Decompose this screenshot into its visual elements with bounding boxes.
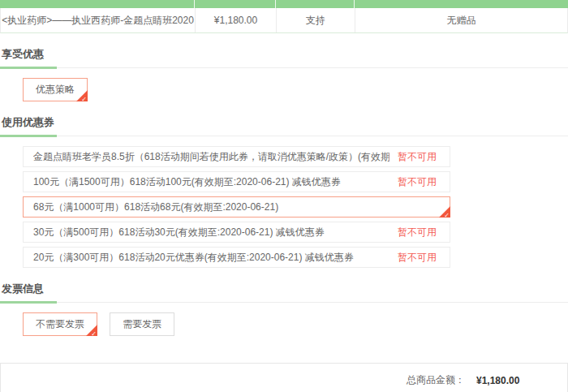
selected-check-icon <box>86 325 97 336</box>
header-cell-name <box>0 0 195 8</box>
coupon-item-selected[interactable]: 68元（满1000可用）618活动68元(有效期至:2020-06-21) <box>23 196 450 218</box>
product-support: 支持 <box>277 8 355 32</box>
section-coupons-header: 使用优惠券 <box>0 115 568 136</box>
coupon-label: 20元（满300可用）618活动20元优惠券(有效期至:2020-06-21) … <box>33 251 354 265</box>
product-gift: 无赠品 <box>355 8 567 32</box>
discount-strategy-label: 优惠策略 <box>36 84 75 95</box>
selected-check-icon <box>76 90 88 101</box>
product-price: ¥1,180.00 <box>196 8 277 32</box>
section-coupons: 使用优惠券 金题点睛班老学员8.5折（618活动期间若使用此券，请取消优惠策略/… <box>0 115 568 268</box>
coupon-status: 暂不可用 <box>398 251 437 265</box>
coupon-item[interactable]: 100元（满1500可用）618活动100元(有效期至:2020-06-21) … <box>23 171 450 192</box>
product-table: <执业药师>——执业西药师-金题点睛班2020 ¥1,180.00 支持 无赠品 <box>0 0 568 33</box>
section-discount-header: 享受优惠 <box>0 47 568 68</box>
product-table-header <box>0 0 568 8</box>
need-invoice-button[interactable]: 需要发票 <box>110 312 174 336</box>
section-discount: 享受优惠 优惠策略 <box>0 47 568 101</box>
coupon-label: 金题点睛班老学员8.5折（618活动期间若使用此券，请取消优惠策略/政策）(有效… <box>33 150 389 164</box>
total-amount-label: 总商品金额： <box>407 373 465 387</box>
header-cell-price <box>195 0 276 8</box>
section-coupons-title: 使用优惠券 <box>2 116 54 128</box>
summary-total-row: 总商品金额： ¥1,180.00 <box>1 373 549 388</box>
coupon-label: 30元（满500可用）618活动30元(有效期至:2020-06-21) 减钱优… <box>33 226 325 239</box>
header-cell-gift <box>355 0 568 8</box>
discount-strategy-button[interactable]: 优惠策略 <box>23 78 88 101</box>
coupon-item[interactable]: 20元（满300可用）618活动20元优惠券(有效期至:2020-06-21) … <box>23 247 450 268</box>
table-row: <执业药师>——执业西药师-金题点睛班2020 ¥1,180.00 支持 无赠品 <box>0 8 568 33</box>
coupon-label: 100元（满1500可用）618活动100元(有效期至:2020-06-21) … <box>33 175 341 189</box>
section-discount-title: 享受优惠 <box>2 48 44 60</box>
section-invoice: 发票信息 不需要发票 需要发票 <box>0 282 568 336</box>
total-amount-value: ¥1,180.00 <box>476 375 549 386</box>
coupon-item[interactable]: 30元（满500可用）618活动30元(有效期至:2020-06-21) 减钱优… <box>23 222 450 243</box>
no-invoice-label: 不需要发票 <box>36 318 84 330</box>
coupon-item[interactable]: 金题点睛班老学员8.5折（618活动期间若使用此券，请取消优惠策略/政策）(有效… <box>23 146 450 167</box>
selected-check-icon <box>439 206 450 218</box>
coupon-list: 金题点睛班老学员8.5折（618活动期间若使用此券，请取消优惠策略/政策）(有效… <box>23 146 568 268</box>
section-invoice-title: 发票信息 <box>2 282 44 295</box>
order-summary: 总商品金额： ¥1,180.00 享受折扣： -¥186.00 实付金额： ¥9… <box>0 363 568 392</box>
need-invoice-label: 需要发票 <box>123 318 161 330</box>
coupon-status: 暂不可用 <box>398 150 437 164</box>
coupon-status: 暂不可用 <box>398 226 437 239</box>
coupon-label: 68元（满1000可用）618活动68元(有效期至:2020-06-21) <box>33 200 278 214</box>
header-cell-support <box>276 0 355 8</box>
product-name: <执业药师>——执业西药师-金题点睛班2020 <box>1 8 196 32</box>
coupon-status: 暂不可用 <box>398 175 437 189</box>
section-invoice-header: 发票信息 <box>0 282 568 303</box>
no-invoice-button[interactable]: 不需要发票 <box>23 312 97 336</box>
